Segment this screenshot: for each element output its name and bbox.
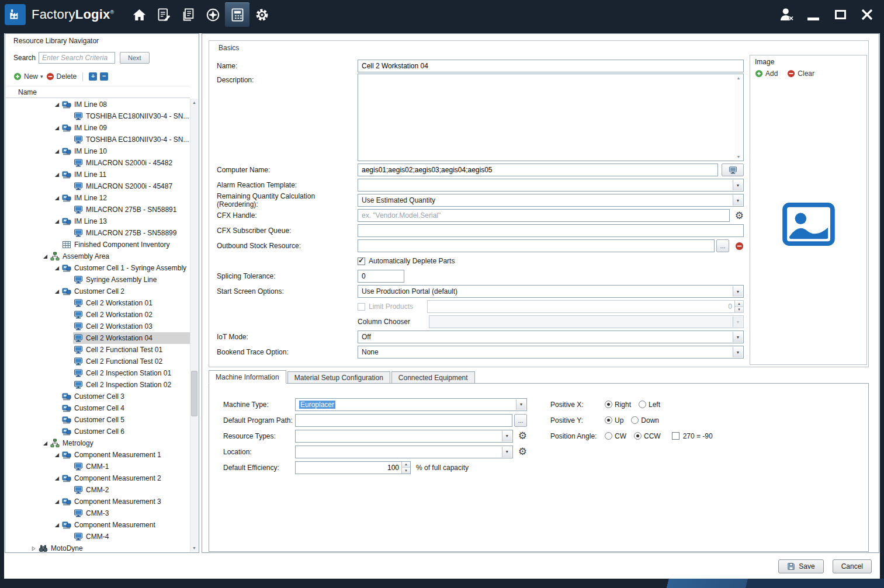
tree-scrollbar[interactable]: ▲ ▼: [190, 99, 198, 552]
tree-item[interactable]: CMM-2: [6, 484, 190, 496]
description-field[interactable]: ▲▼: [358, 74, 744, 161]
tree-item[interactable]: CMM-3: [6, 507, 190, 519]
tree-item[interactable]: Customer Cell 2: [6, 286, 190, 297]
expander-open-icon[interactable]: [53, 266, 61, 271]
tree-item[interactable]: CMM-1: [6, 461, 190, 472]
computer-lookup-button[interactable]: [722, 163, 744, 176]
close-button[interactable]: [857, 5, 877, 25]
tree-item[interactable]: Customer Cell 1 - Syringe Assembly: [6, 262, 190, 274]
expander-open-icon[interactable]: [53, 102, 61, 107]
description-scrollbar[interactable]: ▲▼: [734, 75, 743, 160]
tree-item[interactable]: Cell 2 Workstation 04: [6, 332, 190, 344]
tree-item[interactable]: Cell 2 Workstation 01: [6, 297, 190, 309]
tree-column-header[interactable]: Name: [6, 86, 190, 98]
logistics-documents-icon[interactable]: [176, 2, 200, 27]
tab-machine-information[interactable]: Machine Information: [209, 370, 286, 384]
tree-item[interactable]: Customer Cell 3: [6, 391, 190, 402]
remove-outbound-icon[interactable]: [735, 242, 744, 250]
delete-button[interactable]: Delete: [46, 72, 77, 81]
limit-products-checkbox[interactable]: [358, 303, 365, 311]
cancel-button[interactable]: Cancel: [833, 559, 872, 573]
bookend-select[interactable]: None ▼: [358, 346, 744, 359]
tree-item[interactable]: Customer Cell 5: [6, 414, 190, 426]
positive-x-right-radio[interactable]: [605, 401, 612, 408]
outbound-stock-input[interactable]: [358, 239, 715, 252]
minimize-button[interactable]: [803, 5, 823, 25]
tree-item[interactable]: Finished Component Inventory: [6, 239, 190, 250]
npi-document-icon[interactable]: [151, 2, 176, 27]
tree-item[interactable]: MILACRON S2000i - 45487: [6, 180, 190, 192]
scroll-up-icon[interactable]: ▲: [190, 100, 198, 105]
limit-products-field[interactable]: ▲▼: [427, 300, 744, 313]
cfx-subscriber-queue-input[interactable]: [358, 224, 744, 237]
angle-270-checkbox[interactable]: [672, 432, 680, 440]
tree-item[interactable]: Syringe Assembly Line: [6, 274, 190, 286]
search-input[interactable]: [39, 52, 115, 64]
tab-material-setup-configuration[interactable]: Material Setup Configuration: [287, 371, 390, 384]
position-angle-ccw-radio[interactable]: [634, 432, 642, 440]
start-screen-select[interactable]: Use Production Portal (default) ▼: [358, 285, 744, 298]
tree-item[interactable]: CMM-4: [6, 531, 190, 542]
expander-open-icon[interactable]: [53, 219, 61, 224]
position-angle-cw-radio[interactable]: [605, 432, 612, 440]
cfx-handle-input[interactable]: [358, 209, 730, 222]
tree-item[interactable]: Cell 2 Functional Test 02: [6, 356, 190, 367]
tree-item[interactable]: Component Measurement 3: [6, 496, 190, 507]
expander-open-icon[interactable]: [41, 254, 50, 259]
tree-item[interactable]: Component Measurement 1: [6, 449, 190, 461]
tree-item[interactable]: Cell 2 Workstation 02: [6, 309, 190, 321]
tree-item[interactable]: IM Line 09: [6, 122, 190, 134]
resource-types-select[interactable]: ▼: [295, 430, 513, 443]
tree-item[interactable]: TOSHIBA EC180NIIV30-4 - SN...: [6, 134, 190, 145]
tab-connected-equipment[interactable]: Connected Equipment: [391, 371, 475, 384]
expander-open-icon[interactable]: [53, 523, 61, 528]
cfx-settings-gear-icon[interactable]: ⚙: [735, 211, 744, 221]
save-button[interactable]: Save: [778, 559, 823, 573]
add-image-button[interactable]: Add: [755, 69, 778, 78]
default-efficiency-input[interactable]: [296, 462, 401, 474]
tree-item[interactable]: IM Line 08: [6, 99, 190, 110]
name-input[interactable]: [358, 60, 744, 72]
splicing-tolerance-input[interactable]: [358, 270, 404, 283]
next-button[interactable]: Next: [120, 52, 150, 64]
production-compass-icon[interactable]: [200, 2, 225, 27]
positive-y-up-radio[interactable]: [605, 416, 612, 424]
location-gear-icon[interactable]: ⚙: [518, 447, 527, 457]
logout-user-icon[interactable]: [776, 5, 796, 25]
tree-item[interactable]: IM Line 12: [6, 192, 190, 204]
default-program-path-input[interactable]: [295, 414, 512, 427]
computer-name-input[interactable]: [358, 163, 718, 176]
tree-item[interactable]: Cell 2 Inspection Station 01: [6, 367, 190, 379]
description-textarea[interactable]: [358, 74, 734, 161]
expander-open-icon[interactable]: [53, 453, 61, 458]
program-path-browse-button[interactable]: ...: [514, 414, 527, 427]
location-select[interactable]: ▼: [295, 446, 513, 458]
outbound-browse-button[interactable]: ...: [716, 239, 729, 252]
alarm-reaction-template-select[interactable]: ▼: [358, 179, 744, 192]
column-chooser-select[interactable]: ▼: [429, 315, 744, 328]
efficiency-spinner[interactable]: ▲▼: [401, 462, 410, 474]
tree-item[interactable]: IM Line 13: [6, 215, 190, 227]
expander-closed-icon[interactable]: [29, 546, 38, 551]
iot-mode-select[interactable]: Off ▼: [358, 330, 744, 343]
tree-item[interactable]: Cell 2 Workstation 03: [6, 321, 190, 332]
default-efficiency-field[interactable]: ▲▼: [295, 461, 411, 474]
scrollbar-thumb[interactable]: [191, 371, 197, 416]
expander-open-icon[interactable]: [53, 196, 61, 201]
expander-open-icon[interactable]: [53, 126, 61, 131]
expander-open-icon[interactable]: [53, 476, 61, 481]
tree-item[interactable]: Cell 2 Functional Test 01: [6, 344, 190, 356]
tree-item[interactable]: Customer Cell 6: [6, 426, 190, 437]
settings-gear-icon[interactable]: [249, 2, 274, 27]
maximize-button[interactable]: [830, 5, 850, 25]
expand-all-icon[interactable]: +: [89, 72, 97, 81]
tree-item[interactable]: Metrology: [6, 437, 190, 449]
auto-deplete-checkbox[interactable]: [358, 258, 365, 265]
expander-open-icon[interactable]: [53, 149, 61, 154]
tree-item[interactable]: MotoDyne: [6, 542, 190, 552]
positive-y-down-radio[interactable]: [631, 416, 639, 424]
tree-item[interactable]: Cell 2 Inspection Station 02: [6, 379, 190, 391]
tree-item[interactable]: IM Line 10: [6, 145, 190, 157]
limit-products-input[interactable]: [428, 301, 734, 312]
tree-item[interactable]: MILACRON 275B - SN58891: [6, 204, 190, 215]
